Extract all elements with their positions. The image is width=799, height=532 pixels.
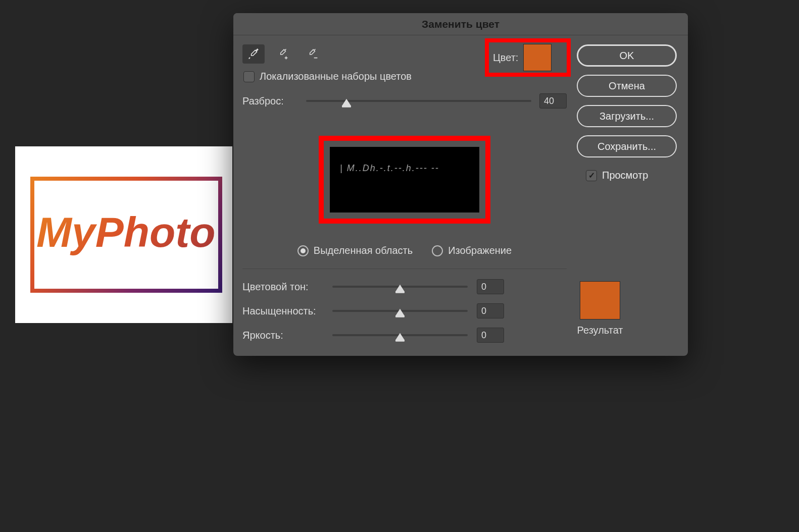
localized-clusters-checkbox[interactable]	[243, 71, 255, 82]
source-color-swatch[interactable]	[523, 44, 552, 71]
source-color-block: Цвет:	[485, 38, 571, 77]
logo-frame: MyPhoto	[30, 177, 222, 293]
hue-input[interactable]	[477, 279, 504, 294]
eyedropper-row: Цвет:	[242, 44, 567, 64]
selection-preview[interactable]: | M..Dh.-.t.--.h.--- --	[330, 147, 479, 212]
replace-section: Цветовой тон: Насыщенность: Яркость:	[242, 279, 567, 343]
preview-check-row[interactable]: Просмотр	[586, 170, 677, 181]
fuzziness-label: Разброс:	[242, 95, 298, 107]
lightness-label: Яркость:	[242, 330, 323, 341]
fuzziness-thumb[interactable]	[342, 99, 351, 106]
logo-text: MyPhoto	[36, 208, 216, 257]
dialog-main-column: Цвет: Локализованные наборы цветов Разбр…	[242, 44, 567, 343]
section-divider	[242, 269, 567, 269]
lightness-input[interactable]	[477, 328, 504, 343]
preview-checkbox[interactable]	[586, 170, 597, 181]
preview-checkbox-label: Просмотр	[602, 170, 648, 181]
hue-thumb[interactable]	[395, 285, 405, 292]
fuzziness-input[interactable]	[539, 93, 567, 109]
localized-clusters-label: Локализованные наборы цветов	[260, 71, 412, 82]
radio-image[interactable]	[432, 245, 443, 256]
result-block: Результат	[572, 281, 628, 336]
eyedropper-button[interactable]	[242, 44, 265, 64]
eyedropper-add-button[interactable]	[272, 44, 294, 64]
lightness-thumb[interactable]	[395, 333, 405, 340]
cancel-button[interactable]: Отмена	[577, 75, 677, 97]
eyedropper-icon	[247, 47, 260, 61]
dialog-body: Цвет: Локализованные наборы цветов Разбр…	[233, 35, 688, 356]
hue-label: Цветовой тон:	[242, 281, 323, 293]
preview-mask-text: | M..Dh.-.t.--.h.--- --	[340, 163, 439, 174]
saturation-input[interactable]	[477, 303, 504, 318]
selection-preview-wrap: | M..Dh.-.t.--.h.--- --	[319, 136, 490, 224]
radio-selection[interactable]	[297, 245, 309, 256]
fuzziness-slider[interactable]	[306, 95, 531, 107]
canvas-image: MyPhoto	[15, 146, 232, 323]
saturation-thumb[interactable]	[395, 309, 405, 316]
load-button[interactable]: Загрузить...	[577, 105, 677, 127]
eyedropper-subtract-icon	[306, 47, 319, 61]
eyedropper-add-icon	[276, 47, 289, 61]
preview-mode-selection[interactable]: Выделенная область	[297, 245, 413, 256]
save-button[interactable]: Сохранить...	[577, 135, 677, 157]
saturation-label: Насыщенность:	[242, 305, 323, 317]
fuzziness-row: Разброс:	[242, 93, 567, 109]
replace-color-dialog: Заменить цвет	[233, 13, 688, 356]
eyedropper-subtract-button[interactable]	[301, 44, 323, 64]
preview-mode-row: Выделенная область Изображение	[242, 245, 567, 256]
source-color-label: Цвет:	[493, 52, 518, 64]
radio-selection-label: Выделенная область	[314, 245, 413, 256]
result-color-swatch[interactable]	[580, 281, 620, 320]
result-label: Результат	[572, 325, 628, 336]
preview-mode-image[interactable]: Изображение	[432, 245, 512, 256]
ok-button[interactable]: OK	[577, 44, 677, 67]
dialog-title: Заменить цвет	[233, 13, 688, 35]
saturation-slider[interactable]	[332, 305, 468, 317]
lightness-slider[interactable]	[332, 329, 468, 341]
hue-slider[interactable]	[332, 281, 468, 293]
radio-image-label: Изображение	[448, 245, 512, 256]
